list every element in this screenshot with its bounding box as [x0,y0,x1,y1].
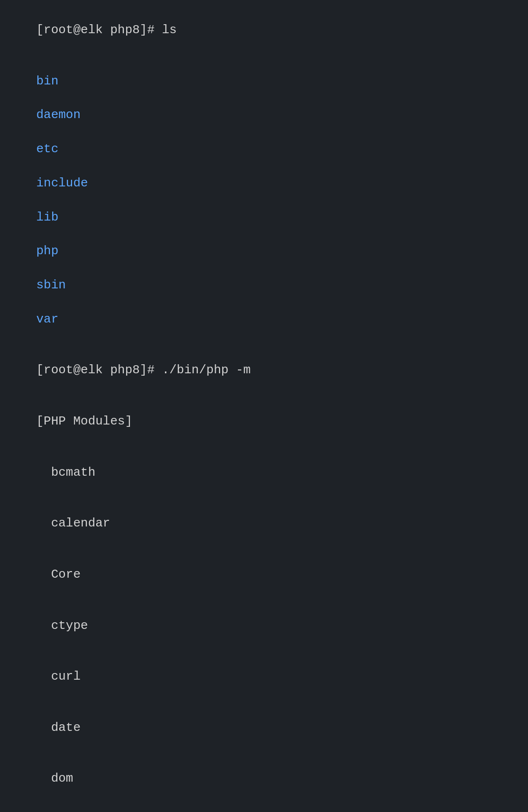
module-calendar: calendar [51,516,110,530]
ls-sbin[interactable]: sbin [36,278,65,292]
module-dom-line: dom [7,754,521,805]
ls-var[interactable]: var [36,312,58,326]
terminal-container: [root@elk php8]# ls bin daemon etc inclu… [7,5,521,812]
module-curl: curl [51,669,81,683]
prompt-php-m: [root@elk php8]# ./bin/php -m [36,363,250,377]
prompt-ls: [root@elk php8]# ls [36,23,176,37]
ls-output-line: bin daemon etc include lib php sbin var [7,56,521,345]
module-dom: dom [51,771,73,785]
module-bcmath: bcmath [51,465,96,480]
ls-bin[interactable]: bin [36,74,58,88]
module-ctype: ctype [51,618,88,633]
module-date-line: date [7,702,521,754]
ls-lib[interactable]: lib [36,210,58,224]
module-date: date [51,720,81,735]
php-modules-list: bcmath calendar Core ctype curl date dom… [7,447,521,812]
module-core: Core [51,567,81,581]
ls-etc[interactable]: etc [36,142,58,156]
module-core-line: Core [7,549,521,600]
ls-php[interactable]: php [36,244,58,258]
module-exif-line: exif [7,804,521,812]
module-curl-line: curl [7,651,521,702]
module-ctype-line: ctype [7,600,521,652]
ls-daemon[interactable]: daemon [36,108,81,122]
prompt-php-m-line: [root@elk php8]# ./bin/php -m [7,345,521,397]
module-bcmath-line: bcmath [7,447,521,498]
php-modules-header: [PHP Modules] [36,414,132,428]
module-calendar-line: calendar [7,498,521,549]
prompt-ls-line: [root@elk php8]# ls [7,5,521,56]
ls-include[interactable]: include [36,176,88,190]
php-modules-header-line: [PHP Modules] [7,396,521,447]
